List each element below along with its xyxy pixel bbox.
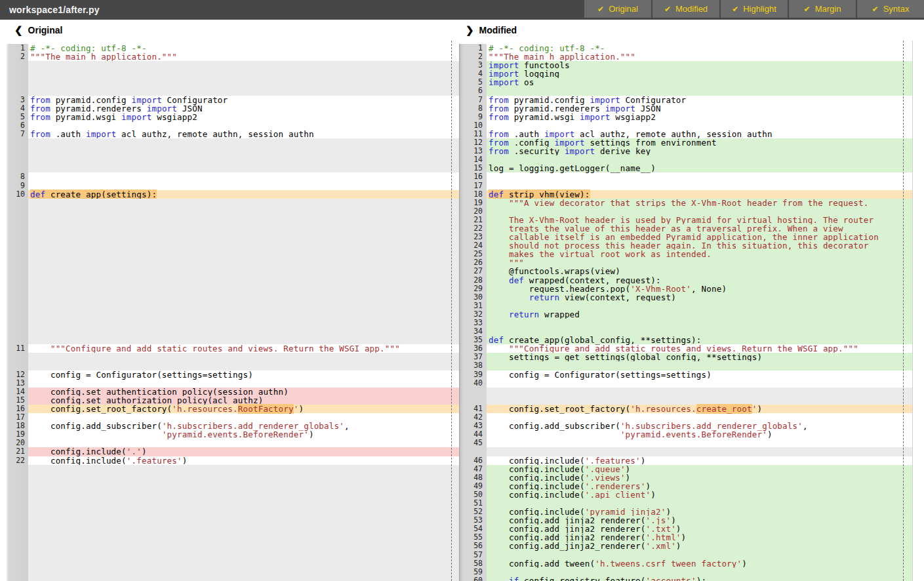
toggle-modified-button[interactable]: ✔ Modified: [653, 0, 719, 18]
check-icon: ✔: [872, 5, 879, 14]
filler-line: [0, 559, 459, 568]
line-number: [0, 319, 28, 327]
check-icon: ✔: [732, 5, 738, 14]
code-line: 13from .security import derive_key: [459, 147, 924, 155]
filler-line: [0, 499, 459, 508]
code-text: """The main h application.""": [28, 52, 459, 61]
filler-line: [0, 155, 459, 164]
line-number: 45: [459, 439, 487, 447]
filler-line: [0, 551, 459, 559]
line-number: 40: [459, 379, 487, 388]
line-number: 49: [459, 482, 487, 491]
line-number: 56: [459, 542, 487, 550]
line-number: [0, 465, 28, 473]
filler-line: [0, 482, 459, 491]
line-number: [0, 87, 28, 95]
line-number: 19: [459, 199, 487, 207]
code-line: 19 """A view decorator that strips the X…: [459, 199, 924, 207]
filler-line: [0, 319, 459, 327]
toggle-syntax-button[interactable]: ✔ Syntax: [857, 0, 924, 18]
code-text: [28, 353, 459, 361]
filler-line: [0, 78, 459, 87]
filler-line: [0, 276, 459, 285]
line-number: 21: [0, 447, 28, 456]
line-number: [0, 508, 28, 516]
toolbar: ✔ Original ✔ Modified ✔ Highlight ✔ Marg…: [583, 0, 924, 20]
line-number: [0, 302, 28, 310]
code-line: 7from .auth import acl_authz, remote_aut…: [0, 130, 459, 138]
original-pane-header: ❮ Original: [0, 20, 459, 41]
code-text: import os: [487, 78, 924, 87]
code-text: [28, 576, 459, 581]
code-line: 8: [0, 172, 459, 181]
code-text: [487, 182, 924, 190]
line-number: [0, 516, 28, 525]
code-line: 39 config = Configurator(settings=settin…: [459, 371, 924, 379]
code-text: [28, 551, 459, 559]
right-edge-gutter: [912, 41, 924, 581]
filler-line: [0, 250, 459, 258]
margin-line-modified: [903, 41, 904, 581]
code-text: [28, 302, 459, 310]
code-text: [28, 482, 459, 491]
code-text: [487, 388, 924, 396]
code-text: [28, 241, 459, 250]
line-number: 6: [459, 87, 487, 95]
code-text: config.add_jinja2_renderer('.xml'): [487, 542, 924, 550]
filler-line: [0, 533, 459, 542]
code-line: 25 makes the virtual root work as intend…: [459, 250, 924, 258]
code-line: 60 if config.registry.feature('accounts'…: [459, 576, 924, 581]
check-icon: ✔: [804, 5, 811, 14]
line-number: [0, 267, 28, 275]
line-number: 47: [459, 465, 487, 473]
code-line: 2"""The main h application.""": [0, 52, 459, 61]
line-number: [0, 199, 28, 207]
filler-line: [0, 293, 459, 302]
line-number: [0, 327, 28, 336]
code-text: [28, 61, 459, 70]
toggle-margin-button[interactable]: ✔ Margin: [789, 0, 856, 18]
filler-line: [0, 61, 459, 70]
line-number: 5: [0, 113, 28, 121]
filler-line: [0, 491, 459, 499]
code-line: 10def create_app(settings):: [0, 190, 459, 199]
code-text: if config.registry.feature('accounts'):: [487, 576, 924, 581]
code-line: 58 config.add_tween('h.tweens.csrf_tween…: [459, 559, 924, 568]
line-number: [0, 258, 28, 267]
pane-headers: ❮ Original ❯ Modified: [0, 20, 924, 41]
toggle-original-button[interactable]: ✔ Original: [584, 0, 651, 18]
line-number: 46: [459, 456, 487, 465]
line-number: [459, 396, 487, 405]
code-text: [28, 499, 459, 508]
filler-line: [0, 508, 459, 516]
original-pane: 1# -*- coding: utf-8 -*-2"""The main h a…: [0, 41, 459, 581]
code-text: log = logging.getLogger(__name__): [487, 164, 924, 172]
line-number: 8: [0, 172, 28, 181]
code-text: [28, 155, 459, 164]
line-number: [0, 207, 28, 216]
toggle-highlight-button[interactable]: ✔ Highlight: [721, 0, 788, 18]
code-text: [28, 568, 459, 576]
line-number: [0, 61, 28, 70]
code-line: 19 'pyramid.events.BeforeRender'): [0, 430, 459, 439]
filler-line: [459, 388, 924, 396]
code-text: return view(context, request): [487, 293, 924, 302]
code-text: [28, 491, 459, 499]
line-number: 9: [459, 113, 487, 121]
line-number: [0, 361, 28, 370]
line-number: [0, 155, 28, 164]
line-number: [0, 473, 28, 482]
code-text: [28, 207, 459, 216]
code-text: [28, 310, 459, 319]
line-number: 18: [459, 190, 487, 199]
line-number: 17: [459, 182, 487, 190]
code-text: [28, 465, 459, 473]
line-number: 11: [0, 344, 28, 353]
code-text: from pyramid.wsgi import wsgiapp2: [487, 113, 924, 121]
line-number: 22: [0, 456, 28, 465]
code-text: [487, 319, 924, 327]
line-number: 60: [459, 576, 487, 581]
filler-line: [0, 224, 459, 233]
code-text: 'pyramid.events.BeforeRender'): [28, 430, 459, 439]
line-number: 28: [459, 276, 487, 285]
